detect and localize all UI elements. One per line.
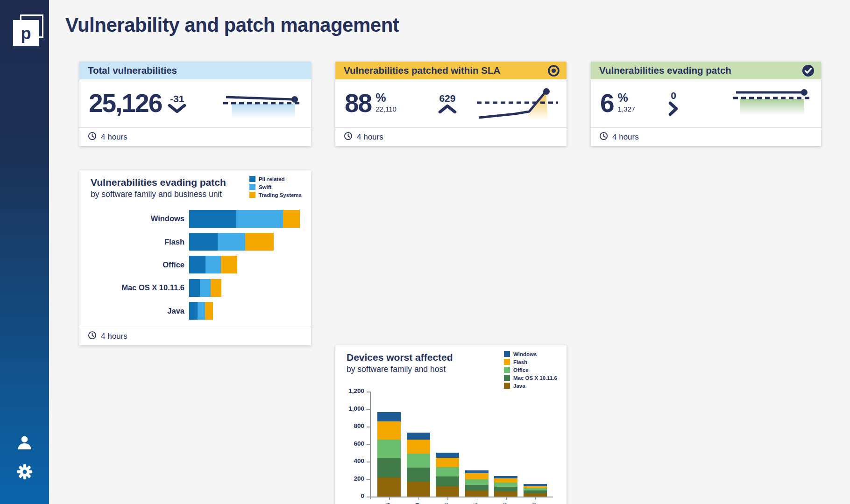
y-axis-label: 1,000 xyxy=(335,405,364,412)
bar-segment[interactable] xyxy=(189,210,236,228)
bar-segment[interactable] xyxy=(189,233,218,251)
bar-segment[interactable] xyxy=(377,412,401,421)
chart-row: Java xyxy=(91,300,306,322)
kpi-title: Total vulnerabilities xyxy=(88,65,177,76)
refresh-interval: 4 hours xyxy=(357,133,383,142)
legend-item[interactable]: Trading Systems xyxy=(249,192,302,198)
clock-icon xyxy=(88,132,97,142)
legend-item[interactable]: PII-related xyxy=(249,176,302,182)
kpi-header: Vulnerabilities evading patch xyxy=(591,62,821,79)
bar-segment[interactable] xyxy=(377,458,401,477)
bar-segment[interactable] xyxy=(218,233,245,251)
chart-legend: PII-relatedSwiftTrading Systems xyxy=(249,176,302,198)
y-axis-label: 400 xyxy=(335,457,364,464)
chevron-right-icon xyxy=(668,101,679,119)
bar-segment[interactable] xyxy=(465,485,489,490)
stacked-bar xyxy=(189,210,300,228)
bar-segment[interactable] xyxy=(377,440,401,458)
bar-segment[interactable] xyxy=(465,490,489,497)
x-axis-tick xyxy=(535,497,536,500)
stacked-bar xyxy=(189,302,213,320)
y-axis-tick xyxy=(367,497,370,497)
kpi-card-total-vulnerabilities[interactable]: Total vulnerabilities 25,126 -31 xyxy=(79,62,311,146)
bar-segment[interactable] xyxy=(494,483,517,487)
bar-segment[interactable] xyxy=(524,484,547,486)
legend-item[interactable]: Swift xyxy=(249,184,302,190)
legend-swatch xyxy=(249,176,255,182)
kpi-card-evading-patch[interactable]: Vulnerabilities evading patch 6 % 1,327 … xyxy=(591,62,821,146)
bar-segment[interactable] xyxy=(407,482,430,497)
bar-segment[interactable] xyxy=(436,458,459,468)
bar-segment[interactable] xyxy=(377,477,401,497)
bar-segment[interactable] xyxy=(189,256,205,273)
kpi-value: 6 xyxy=(600,91,614,116)
chevron-down-icon xyxy=(167,104,187,116)
settings-button[interactable] xyxy=(0,463,49,482)
bar-chart-vertical[interactable]: 02004006008001,0001,200NYC-37945MEL-3362… xyxy=(335,345,567,504)
refresh-footer: 4 hours xyxy=(79,327,311,345)
user-profile-button[interactable] xyxy=(0,434,49,453)
bar-segment[interactable] xyxy=(407,440,430,454)
bar-segment[interactable] xyxy=(524,488,547,490)
bar-segment[interactable] xyxy=(211,279,221,297)
kpi-unit-group: % 1,327 xyxy=(618,92,636,113)
kpi-unit-group: % 22,110 xyxy=(375,92,397,113)
y-axis-label: 1,200 xyxy=(335,387,364,394)
bar-segment[interactable] xyxy=(436,476,459,486)
kpi-value: 25,126 xyxy=(89,91,162,116)
logo-letter: p xyxy=(21,25,31,42)
x-axis-tick xyxy=(477,497,478,500)
bar-segment[interactable] xyxy=(436,467,459,476)
gear-icon xyxy=(16,463,33,482)
bar-segment[interactable] xyxy=(245,233,274,251)
bar-segment[interactable] xyxy=(436,486,459,497)
bar-segment[interactable] xyxy=(236,210,283,228)
bar-segment[interactable] xyxy=(198,302,205,320)
bar-segment[interactable] xyxy=(221,256,237,273)
bar-segment[interactable] xyxy=(283,210,300,228)
kpi-secondary-value: 22,110 xyxy=(375,105,397,113)
category-label: Java xyxy=(91,307,184,315)
y-axis-label: 200 xyxy=(335,475,364,482)
app-logo[interactable]: p xyxy=(13,14,43,46)
kpi-unit: % xyxy=(375,92,386,104)
legend-label: Trading Systems xyxy=(259,192,302,198)
stacked-bar xyxy=(189,256,237,273)
bar-segment[interactable] xyxy=(465,473,489,479)
bar-segment[interactable] xyxy=(524,486,547,489)
legend-swatch xyxy=(249,192,255,198)
y-axis-label: 0 xyxy=(335,492,364,499)
bar-segment[interactable] xyxy=(465,479,489,485)
bar-segment[interactable] xyxy=(407,433,430,440)
refresh-footer: 4 hours xyxy=(591,127,821,146)
chart-card-devices-worst-affected: Devices worst affected by software famil… xyxy=(335,345,567,504)
bar-segment[interactable] xyxy=(407,468,430,482)
bar-segment[interactable] xyxy=(524,490,547,493)
bar-segment[interactable] xyxy=(407,454,430,468)
kpi-delta: 629 xyxy=(438,93,457,115)
bar-segment[interactable] xyxy=(189,279,200,297)
bar-segment[interactable] xyxy=(205,256,221,273)
y-axis-tick xyxy=(367,427,370,427)
bar-segment[interactable] xyxy=(200,279,211,297)
bar-segment[interactable] xyxy=(205,302,213,320)
bar-segment[interactable] xyxy=(377,421,401,440)
bar-segment[interactable] xyxy=(189,302,198,320)
y-axis-tick xyxy=(367,409,370,410)
bar-segment[interactable] xyxy=(465,470,489,474)
bar-segment[interactable] xyxy=(494,491,517,497)
y-axis-tick xyxy=(367,444,370,445)
bar-segment[interactable] xyxy=(494,478,517,483)
category-label: Flash xyxy=(91,238,184,246)
kpi-title: Vulnerabilities patched within SLA xyxy=(344,65,500,76)
bar-chart-horizontal[interactable]: WindowsFlashOfficeMac OS X 10.11.6Java xyxy=(91,207,306,322)
kpi-card-patched-within-sla[interactable]: Vulnerabilities patched within SLA 88 % … xyxy=(335,62,567,146)
bar-segment[interactable] xyxy=(494,476,517,478)
circle-dot-icon xyxy=(547,64,560,77)
bar-segment[interactable] xyxy=(436,453,459,457)
kpi-title: Vulnerabilities evading patch xyxy=(599,65,731,76)
vulnerability-dashboard: { "page": { "title": "Vulnerability and … xyxy=(0,0,850,504)
y-axis-tick xyxy=(367,462,370,462)
logo-square: p xyxy=(13,20,39,46)
bar-segment[interactable] xyxy=(494,487,517,491)
